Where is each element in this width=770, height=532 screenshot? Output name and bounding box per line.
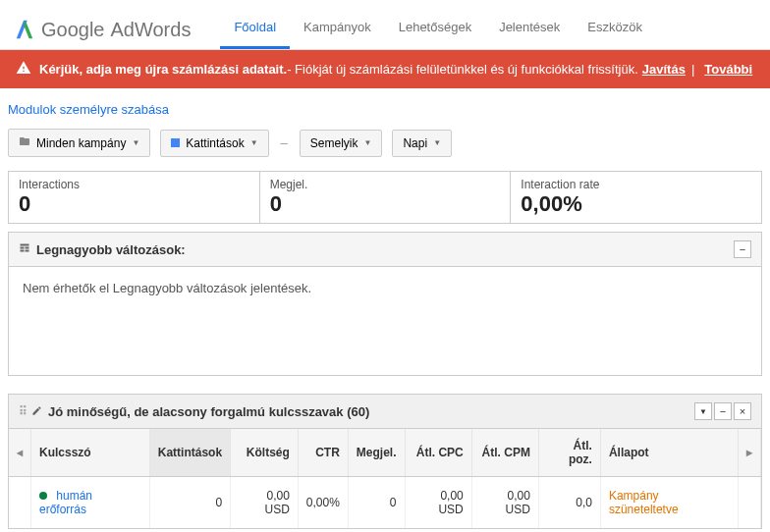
panel-header: Legnagyobb változások: − (9, 233, 761, 267)
stat-label: Interactions (19, 178, 249, 191)
col-keyword[interactable]: Kulcsszó (31, 429, 150, 477)
dropdown-button[interactable]: ▼ (694, 402, 712, 420)
cell-pos: 0,0 (538, 477, 600, 529)
minimize-button[interactable]: − (734, 240, 751, 258)
cell-status: Kampány szüneteltetve (600, 477, 738, 529)
edit-icon (31, 404, 42, 419)
stat-label: Interaction rate (521, 178, 751, 191)
period-label: Napi (403, 136, 427, 150)
cell-cpc: 0,00 USD (405, 477, 471, 529)
col-clicks[interactable]: Kattintások (149, 429, 230, 477)
panel-controls: ▼ − × (694, 402, 751, 420)
stat-value: 0 (270, 191, 501, 217)
nav-campaigns[interactable]: Kampányok (290, 10, 385, 49)
billing-alert: Kérjük, adja meg újra számlázási adatait… (0, 50, 770, 88)
metric2-button[interactable]: Semelyik ▼ (300, 130, 383, 157)
app-header: Google AdWords Főoldal Kampányok Lehetős… (0, 0, 770, 50)
stat-value: 0 (19, 191, 249, 217)
col-status[interactable]: Állapot (600, 429, 738, 477)
nav-reports[interactable]: Jelentések (485, 10, 574, 49)
logo-text-2: AdWords (111, 19, 192, 41)
col-cost[interactable]: Költség (231, 429, 299, 477)
panel-body: Nem érhetők el Legnagyobb változások jel… (9, 267, 761, 375)
nav-opportunities[interactable]: Lehetőségek (385, 10, 485, 49)
table-row: humán erőforrás 0 0,00 USD 0,00% 0 0,00 … (9, 477, 761, 529)
panel-title-text: Jó minőségű, de alacsony forgalmú kulcss… (48, 404, 369, 419)
grip-icon: ⠿ (19, 404, 26, 418)
col-pos[interactable]: Átl. poz. (538, 429, 600, 477)
keyword-link[interactable]: humán erőforrás (39, 489, 92, 516)
minimize-button[interactable]: − (714, 402, 732, 420)
cell-cpm: 0,00 USD (471, 477, 538, 529)
chevron-down-icon: ▼ (250, 138, 258, 147)
panel-controls: − (734, 240, 751, 258)
logo-text-1: Google (41, 19, 105, 41)
alert-bold-text: Kérjük, adja meg újra számlázási adatait… (39, 62, 287, 77)
logo: Google AdWords (14, 19, 191, 41)
campaign-filter-label: Minden kampány (36, 136, 126, 150)
main-nav: Főoldal Kampányok Lehetőségek Jelentések… (220, 10, 656, 49)
close-button[interactable]: × (734, 402, 751, 420)
alert-more-link[interactable]: További (704, 62, 752, 77)
keyword-cell: humán erőforrás (31, 477, 150, 529)
toolbar: Minden kampány ▼ Kattintások ▼ – Semelyi… (0, 129, 770, 171)
biggest-changes-panel: Legnagyobb változások: − Nem érhetők el … (8, 232, 762, 376)
nav-home[interactable]: Főoldal (220, 10, 290, 49)
metric1-label: Kattintások (186, 136, 244, 150)
campaign-filter-button[interactable]: Minden kampány ▼ (8, 129, 150, 157)
cell-impr: 0 (348, 477, 405, 529)
stat-impressions: Megjel. 0 (260, 172, 512, 223)
scroll-left-button[interactable]: ◂ (9, 429, 31, 477)
panel-title-text: Legnagyobb változások: (36, 242, 186, 257)
scroll-right-button[interactable]: ▸ (739, 429, 761, 477)
panel-title: Legnagyobb változások: (19, 242, 186, 257)
stat-value: 0,00% (521, 191, 751, 217)
cell-ctr: 0,00% (298, 477, 348, 529)
adwords-logo-icon (14, 19, 35, 40)
col-cpc[interactable]: Átl. CPC (405, 429, 471, 477)
table-icon (19, 242, 30, 256)
blue-square-icon (171, 138, 180, 147)
metric2-label: Semelyik (310, 136, 358, 150)
status-dot-icon (39, 492, 47, 500)
panel-title: ⠿ Jó minőségű, de alacsony forgalmú kulc… (19, 404, 369, 419)
col-ctr[interactable]: CTR (298, 429, 348, 477)
stat-interactions: Interactions 0 (9, 172, 260, 223)
folder-icon (19, 135, 30, 150)
warning-icon (16, 60, 31, 79)
alert-text: - Fiókját új számlázási felületünkkel és… (287, 62, 638, 77)
keywords-panel: ⠿ Jó minőségű, de alacsony forgalmú kulc… (8, 394, 762, 529)
stat-interaction-rate: Interaction rate 0,00% (511, 172, 761, 223)
stat-label: Megjel. (270, 178, 501, 191)
metric1-button[interactable]: Kattintások ▼ (160, 130, 268, 157)
alert-fix-link[interactable]: Javítás (642, 62, 686, 77)
col-impr[interactable]: Megjel. (348, 429, 405, 477)
customize-modules-link[interactable]: Modulok személyre szabása (0, 88, 177, 129)
col-cpm[interactable]: Átl. CPM (471, 429, 538, 477)
nav-tools[interactable]: Eszközök (574, 10, 656, 49)
cell-cost: 0,00 USD (231, 477, 299, 529)
period-button[interactable]: Napi ▼ (392, 130, 452, 157)
stats-row: Interactions 0 Megjel. 0 Interaction rat… (8, 171, 762, 224)
cell-clicks: 0 (149, 477, 230, 529)
chevron-down-icon: ▼ (364, 138, 372, 147)
alert-separator: | (691, 62, 694, 77)
panel-header: ⠿ Jó minőségű, de alacsony forgalmú kulc… (9, 395, 761, 429)
keywords-table: ◂ Kulcsszó Kattintások Költség CTR Megje… (9, 429, 761, 528)
dash-separator: – (281, 135, 288, 150)
chevron-down-icon: ▼ (132, 138, 139, 147)
chevron-down-icon: ▼ (433, 138, 441, 147)
